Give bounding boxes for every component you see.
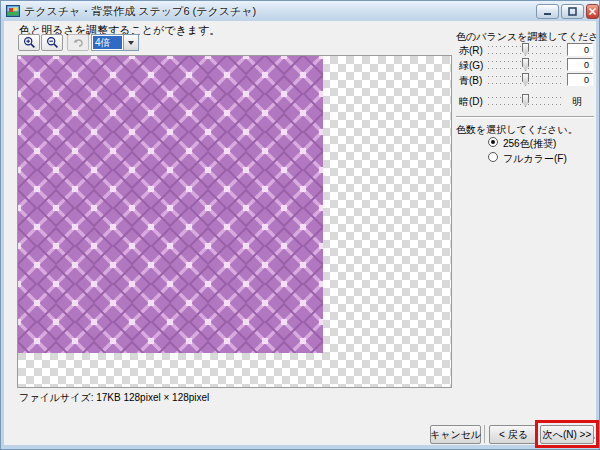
- close-button[interactable]: [586, 4, 599, 19]
- cancel-button[interactable]: キャンセル: [430, 425, 481, 444]
- minimize-button[interactable]: [536, 4, 559, 19]
- radio-selected-dot: [491, 140, 495, 144]
- color-balance-heading: 色のバランスを調整してください。: [456, 30, 600, 44]
- back-button[interactable]: < 戻る: [489, 425, 538, 444]
- brightness-slider[interactable]: [488, 94, 564, 107]
- red-slider-label: 赤(R): [459, 44, 483, 58]
- texture-preview-image: [18, 56, 323, 353]
- slider-thumb[interactable]: [522, 58, 529, 71]
- close-icon: [588, 7, 597, 16]
- red-value-field[interactable]: 0: [567, 43, 593, 56]
- zoom-out-button[interactable]: [41, 34, 63, 51]
- dialog-window: テクスチャ・背景作成 ステップ6 (テクスチャ) 色と明るさを調整することができ…: [0, 0, 600, 450]
- zoom-level-select[interactable]: 4倍: [91, 34, 139, 51]
- blue-value-field[interactable]: 0: [567, 73, 593, 86]
- radio-full-color[interactable]: [488, 152, 498, 162]
- slider-thumb[interactable]: [522, 43, 529, 56]
- blue-slider-label: 青(B): [459, 74, 482, 88]
- radio-full-color-label[interactable]: フルカラー(F): [503, 152, 567, 166]
- zoom-out-icon: [46, 36, 59, 49]
- radio-256-colors-label[interactable]: 256色(推奨): [503, 137, 556, 151]
- zoom-in-button[interactable]: [18, 34, 40, 51]
- slider-thumb[interactable]: [522, 94, 529, 107]
- green-value-field[interactable]: 0: [567, 58, 593, 71]
- brightness-bright-label: 明: [572, 95, 582, 109]
- radio-256-colors[interactable]: [488, 137, 498, 147]
- texture-preview-canvas[interactable]: [17, 55, 452, 388]
- brightness-slider-label: 暗(D): [459, 95, 483, 109]
- title-bar[interactable]: テクスチャ・背景作成 ステップ6 (テクスチャ): [1, 1, 599, 21]
- zoom-in-icon: [23, 36, 36, 49]
- next-button[interactable]: 次へ(N) >>: [540, 425, 594, 444]
- undo-button[interactable]: [67, 34, 89, 51]
- green-slider[interactable]: [488, 58, 564, 71]
- chevron-down-icon: [128, 41, 134, 45]
- red-slider[interactable]: [488, 43, 564, 56]
- button-divider: [484, 425, 485, 443]
- maximize-button[interactable]: [561, 4, 584, 19]
- slider-thumb[interactable]: [522, 73, 529, 86]
- app-icon: [6, 4, 20, 18]
- window-title: テクスチャ・背景作成 ステップ6 (テクスチャ): [24, 4, 256, 19]
- green-slider-label: 緑(G): [459, 59, 483, 73]
- undo-icon: [72, 36, 85, 49]
- blue-slider[interactable]: [488, 73, 564, 86]
- combo-dropdown-button[interactable]: [123, 35, 138, 50]
- maximize-icon: [568, 7, 577, 16]
- dialog-body: 色と明るさを調整することができます。 4倍: [4, 21, 596, 445]
- file-size-status: ファイルサイズ: 17KB 128pixel × 128pixel: [19, 391, 209, 405]
- minimize-icon: [543, 7, 552, 16]
- color-count-heading: 色数を選択してください。: [456, 123, 578, 137]
- zoom-level-value: 4倍: [93, 36, 122, 49]
- panel-divider: [456, 116, 594, 118]
